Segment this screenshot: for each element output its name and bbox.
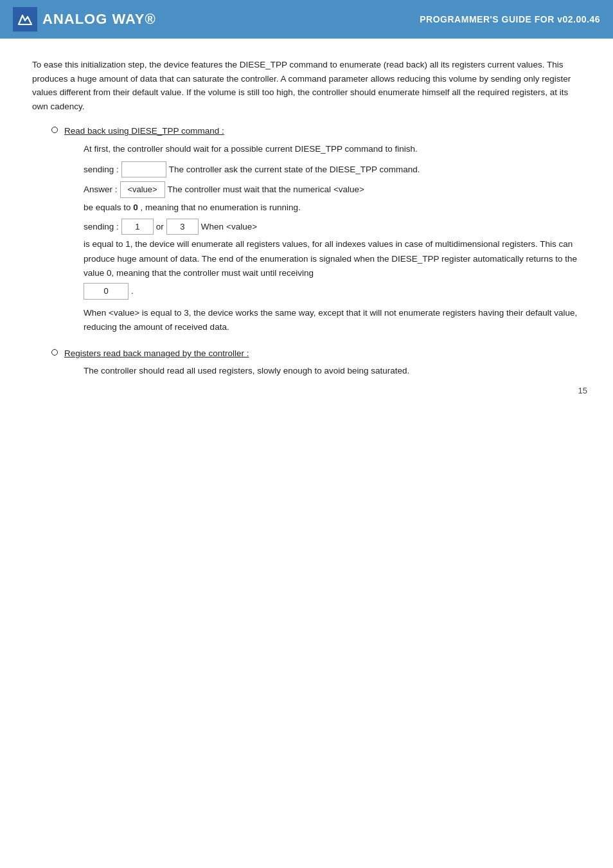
answer-suffix3: , meaning that no enumeration is running… <box>141 203 301 212</box>
para-5-when: When <box>84 308 106 318</box>
para-1: At first, the controller should wait for… <box>84 142 581 156</box>
sending-2-end: . <box>131 284 134 298</box>
section-2-content: The controller should read all used regi… <box>84 364 581 378</box>
sending-2-when: When <box>201 220 224 234</box>
sending-1-prefix: sending : <box>84 163 119 177</box>
page-number: 15 <box>578 386 587 395</box>
answer-box: <value> <box>120 181 165 197</box>
para-value3: When <value> is equal to 3, the device w… <box>84 306 581 335</box>
answer-suffix1: The controller must wait that the numeri… <box>168 183 331 197</box>
logo-area: ANALOG WAY® <box>13 7 156 32</box>
para-5-tag: <value> <box>109 308 139 318</box>
sending-2-tag: <value> <box>226 220 257 234</box>
sending-2-box3: 0 <box>84 283 129 299</box>
section-diese-tpp: Read back using DIESE_TPP command : At f… <box>51 125 581 334</box>
logo-box <box>13 7 37 32</box>
section-1-label: Read back using DIESE_TPP command : <box>64 125 224 138</box>
sending-2-desc: is equal to 1, the device will enumerate… <box>84 237 581 280</box>
sending-2-box1: 1 <box>121 219 154 235</box>
sending-row-1: sending : The controller ask the current… <box>84 161 581 177</box>
answer-suffix2: be equals to <box>84 203 131 212</box>
para-5-text2: is equal to 3, the device works the same… <box>84 308 577 332</box>
header: ANALOG WAY® PROGRAMMER'S GUIDE FOR v02.0… <box>0 0 613 39</box>
sending-row-2: sending : 1 or 3 When <value> is equal t… <box>84 219 581 300</box>
bullet-item-1: Read back using DIESE_TPP command : <box>51 125 581 138</box>
answer-bold: 0 <box>133 203 138 212</box>
header-title: PROGRAMMER'S GUIDE FOR v02.00.46 <box>420 14 600 24</box>
answer-row: Answer : <value> The controller must wai… <box>84 181 581 215</box>
sending-2-prefix: sending : <box>84 220 119 234</box>
answer-tag: <value> <box>333 183 364 197</box>
sending-1-suffix: The controller ask the current state of … <box>169 163 420 177</box>
section-1-content: At first, the controller should wait for… <box>84 142 581 335</box>
intro-paragraph: To ease this initialization step, the de… <box>32 58 581 113</box>
sending-1-box <box>121 161 166 177</box>
answer-prefix: Answer : <box>84 183 118 197</box>
section-2-para: The controller should read all used regi… <box>84 364 581 378</box>
logo-text: ANALOG WAY® <box>42 11 156 28</box>
logo-icon <box>16 10 34 28</box>
page-content: To ease this initialization step, the de… <box>0 39 613 408</box>
section-registers: Registers read back managed by the contr… <box>51 347 581 379</box>
sending-2-box2: 3 <box>166 219 199 235</box>
para-1-text: At first, the controller should wait for… <box>84 144 418 154</box>
section-2-label: Registers read back managed by the contr… <box>64 347 249 360</box>
bullet-circle-2 <box>51 349 58 356</box>
bullet-circle-1 <box>51 127 58 133</box>
sending-2-mid: or <box>156 220 164 234</box>
bullet-item-2: Registers read back managed by the contr… <box>51 347 581 360</box>
